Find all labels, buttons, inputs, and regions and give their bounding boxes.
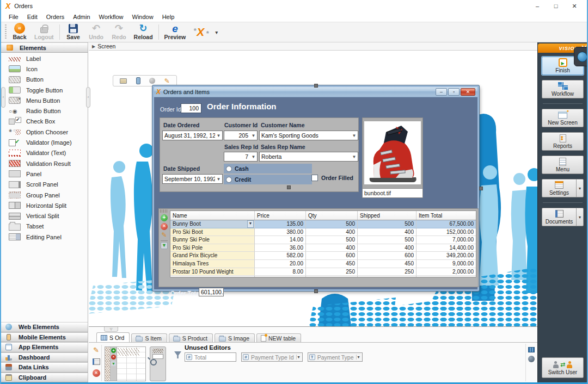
credit-radio-option[interactable]: Credit bbox=[224, 175, 312, 184]
menu-file[interactable]: File bbox=[4, 13, 23, 21]
menu-window[interactable]: Window bbox=[128, 13, 158, 21]
menu-admin[interactable]: Admin bbox=[69, 13, 94, 21]
editor-payment-type[interactable]: TPayment Type▾ bbox=[308, 352, 363, 362]
orders-and-items-dialog[interactable]: X Orders and Items – ▫ ✕ Order Id 100 Or… bbox=[152, 85, 479, 291]
preview-button[interactable]: e Preview bbox=[161, 22, 189, 42]
table-row[interactable]: Bunny Ski Pole14.005005007,000.00 bbox=[170, 236, 476, 244]
vision-button-workflow[interactable]: Workflow bbox=[542, 80, 584, 98]
sphere-icon[interactable] bbox=[528, 356, 535, 362]
add-icon[interactable]: + bbox=[111, 348, 116, 353]
palette-item-label[interactable]: Label bbox=[1, 53, 88, 64]
palette-item-scroll-panel[interactable]: Scroll Panel bbox=[1, 179, 88, 190]
add-row-icon[interactable]: + bbox=[161, 214, 168, 221]
palette-item-option-chooser[interactable]: Option Chooser bbox=[1, 127, 88, 137]
table-row[interactable]: Prostar 10 Pound Weight8.002502502,000.0… bbox=[170, 268, 476, 276]
selection-handle-bottom[interactable] bbox=[314, 289, 318, 293]
mobile-view-icon[interactable] bbox=[136, 77, 140, 84]
customer-name-combo[interactable]: Kam's Sporting Goods ▼ bbox=[259, 131, 358, 140]
section-app-elements[interactable]: App Elements bbox=[1, 342, 88, 352]
palette-item-panel[interactable]: Panel bbox=[1, 169, 88, 179]
cash-radio-option[interactable]: Cash bbox=[224, 164, 312, 174]
menu-orders[interactable]: Orders bbox=[42, 13, 69, 21]
table-row[interactable]: Himalaya Tires20.004504509,000.00 bbox=[170, 260, 476, 268]
table-row[interactable]: Pro Ski Boot380.00400400152,000.00 bbox=[170, 228, 476, 237]
back-button[interactable]: « Back bbox=[8, 22, 31, 42]
palette-header[interactable]: Elements bbox=[1, 42, 88, 53]
palette-item-tabset[interactable]: Tabset bbox=[1, 221, 88, 232]
sales-rep-name-combo[interactable]: Roberta ▼ bbox=[259, 152, 358, 162]
palette-item-horizontal-split[interactable]: Horizontal Split bbox=[1, 200, 88, 210]
image-filename-field[interactable]: bunboot.tif bbox=[363, 188, 422, 197]
date-shipped-combo[interactable]: September 10, 1992, 1 ▼ bbox=[162, 174, 223, 184]
dialog-restore-button[interactable]: ▫ bbox=[448, 88, 460, 96]
section-web-elements[interactable]: Web Elements bbox=[1, 322, 88, 332]
delete-icon[interactable]: ✕ bbox=[93, 369, 100, 377]
floating-orb-badge[interactable] bbox=[574, 47, 588, 66]
palette-item-icon[interactable]: Icon bbox=[1, 64, 88, 74]
x-tools-button[interactable]: X bbox=[189, 22, 212, 42]
edit-pencil-icon[interactable]: ✎ bbox=[164, 78, 170, 84]
reload-button[interactable]: ↻ Reload bbox=[131, 22, 156, 42]
dialog-close-button[interactable]: ✕ bbox=[461, 88, 475, 96]
tab-s-image[interactable]: S Image bbox=[215, 333, 255, 343]
import-rows-icon[interactable]: ▼ bbox=[161, 242, 168, 249]
striped-box-icon[interactable] bbox=[528, 347, 535, 352]
tab-s-product[interactable]: S Product bbox=[169, 333, 213, 343]
import-icon[interactable]: ▼ bbox=[111, 361, 116, 366]
section-data-links[interactable]: Data Links bbox=[1, 362, 88, 373]
palette-item-validation-result[interactable]: Validation Result bbox=[1, 158, 88, 169]
toolbar-dropdown-caret[interactable]: ▾ bbox=[212, 29, 221, 35]
palette-item-vertical-split[interactable]: Vertical Split bbox=[1, 210, 88, 221]
table-row[interactable]: Grand Prix Bicycle582.00600600349,200.00 bbox=[170, 252, 476, 260]
menu-help[interactable]: Help bbox=[158, 13, 179, 21]
palette-item-toggle-button[interactable]: Toggle Button bbox=[1, 85, 88, 95]
filter-funnel-icon[interactable] bbox=[174, 351, 181, 358]
tab-new-table[interactable]: NEW table bbox=[256, 333, 301, 343]
section-clipboard[interactable]: Clipboard bbox=[1, 373, 88, 383]
table-row[interactable]: Bunny Boot▼135.0050050067,500.00 bbox=[170, 220, 476, 228]
bottom-panel-collapse-tab[interactable]: ▽ bbox=[104, 327, 118, 332]
cell-dropdown-icon[interactable]: ▼ bbox=[247, 220, 254, 228]
selection-handle-right[interactable] bbox=[479, 187, 483, 190]
design-canvas[interactable]: ✎ X Orders and Items – ▫ ✕ Order Id 100 … bbox=[89, 51, 537, 326]
editor-total[interactable]: #Total bbox=[185, 352, 236, 362]
sales-rep-id-combo[interactable]: 7 ▼ bbox=[224, 152, 258, 162]
palette-collapse-handle[interactable]: ‹ bbox=[86, 87, 90, 108]
selection-handle-middle[interactable] bbox=[287, 185, 291, 189]
delete-icon[interactable]: ✕ bbox=[111, 355, 116, 360]
dialog-titlebar[interactable]: X Orders and Items – ▫ ✕ bbox=[154, 87, 477, 97]
palette-item-validator-image[interactable]: Validator (Image) bbox=[1, 137, 88, 147]
tab-s-item[interactable]: S Item bbox=[131, 333, 167, 343]
vision-button-documents[interactable]: Documents▾ bbox=[542, 208, 584, 226]
menu-workflow[interactable]: Workflow bbox=[95, 13, 128, 21]
window-maximize-button[interactable]: □ bbox=[547, 0, 565, 12]
order-filled-checkbox[interactable]: Order Filled bbox=[311, 175, 353, 181]
table-row[interactable]: Pro Ski Pole36.0040040014,400.00 bbox=[170, 244, 476, 252]
editor-payment-type-id[interactable]: #Payment Type Id▾ bbox=[241, 352, 303, 362]
edit-pencil-icon[interactable]: ✎ bbox=[93, 346, 100, 354]
screen-tab-label[interactable]: Screen bbox=[97, 43, 115, 49]
notebook-icon[interactable] bbox=[93, 358, 100, 365]
undo-button[interactable]: ↶ Undo bbox=[85, 22, 108, 42]
palette-item-check-box[interactable]: Check Box bbox=[1, 116, 88, 127]
delete-row-icon[interactable]: ✕ bbox=[161, 223, 168, 230]
edit-row-pencil-icon[interactable]: ✎ bbox=[161, 232, 168, 239]
menu-edit[interactable]: Edit bbox=[23, 13, 42, 21]
customer-id-combo[interactable]: 205 ▼ bbox=[224, 131, 258, 140]
palette-item-button[interactable]: Button bbox=[1, 75, 88, 85]
section-mobile-elements[interactable]: Mobile Elements bbox=[1, 332, 88, 343]
section-dashboard[interactable]: Dashboard bbox=[1, 352, 88, 363]
palette-item-editing-panel[interactable]: Editing Panel bbox=[1, 232, 88, 242]
dialog-minimize-button[interactable]: – bbox=[436, 88, 447, 96]
dropdown-arrow-icon[interactable]: ▾ bbox=[576, 179, 583, 197]
vision-button-menu[interactable]: Menu bbox=[542, 156, 584, 174]
left-edge-collapse-handle[interactable]: ‹ bbox=[1, 87, 5, 108]
window-minimize-button[interactable]: – bbox=[528, 0, 547, 12]
dropdown-arrow-icon[interactable]: ▾ bbox=[576, 208, 583, 226]
order-total-field[interactable]: 601,100. bbox=[199, 288, 224, 296]
search-widget[interactable] bbox=[150, 346, 166, 381]
screen-expander-icon[interactable]: ▶ bbox=[92, 44, 95, 49]
window-close-button[interactable]: ✕ bbox=[565, 0, 584, 12]
palette-item-group-panel[interactable]: Group Panel bbox=[1, 190, 88, 200]
desktop-view-icon[interactable] bbox=[120, 78, 127, 84]
